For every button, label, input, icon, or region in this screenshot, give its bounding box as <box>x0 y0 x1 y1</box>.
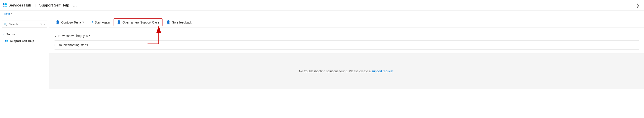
grid-icon <box>5 40 8 42</box>
workspace-button[interactable]: 👤 Contoso Tesla ∨ <box>53 19 87 26</box>
sidebar-section-header: ✓ Support <box>0 31 49 37</box>
sidebar: 🔍 ✕ « ✓ Support Support Self Hel <box>0 17 49 107</box>
no-results-area: No troubleshooting solutions found. Plea… <box>49 53 644 89</box>
accordion-label-2: Troubleshooting steps <box>57 43 88 47</box>
accordion-how-can-we-help: ∨ How can we help you? <box>54 31 639 41</box>
main-layout: 🔍 ✕ « ✓ Support Support Self Hel <box>0 17 644 107</box>
breadcrumb: Home > <box>0 11 644 17</box>
search-icon: 🔍 <box>4 23 8 26</box>
ellipsis-button[interactable]: ... <box>71 3 79 8</box>
search-collapse-icon[interactable]: « <box>44 23 45 26</box>
sidebar-section-label: Support <box>6 33 16 36</box>
start-again-button[interactable]: ↺ Start Again <box>88 19 113 26</box>
no-results-text: No troubleshooting solutions found. Plea… <box>299 69 394 73</box>
open-case-label: Open a new Support Case <box>122 21 160 24</box>
toolbar: 👤 Contoso Tesla ∨ ↺ Start Again 👤 Open a… <box>49 17 644 28</box>
breadcrumb-separator: > <box>11 12 12 16</box>
logo-area: Services Hub | Support Self Help ... <box>3 3 79 8</box>
search-input[interactable] <box>9 23 39 26</box>
workspace-icon: 👤 <box>56 20 60 24</box>
accordion-label-1: How can we help you? <box>58 34 90 38</box>
app-title: Services Hub <box>8 3 31 7</box>
top-bar: Services Hub | Support Self Help ... ❯ <box>0 0 644 11</box>
feedback-button[interactable]: 👤 Give feedback <box>164 19 195 26</box>
open-case-button[interactable]: 👤 Open a new Support Case <box>114 18 162 26</box>
top-bar-right: ❯ <box>634 2 641 9</box>
search-bar[interactable]: 🔍 ✕ « <box>2 21 47 28</box>
workspace-label: Contoso Tesla <box>61 21 81 24</box>
logo-icon <box>3 3 7 7</box>
chevron-right-icon: › <box>54 43 56 47</box>
content-area: ∨ How can we help you? › Troubleshooting… <box>49 28 644 53</box>
sidebar-item-label: Support Self Help <box>10 39 34 43</box>
support-request-link[interactable]: support request <box>372 69 393 73</box>
accordion-header-2[interactable]: › Troubleshooting steps <box>54 43 639 47</box>
breadcrumb-home[interactable]: Home <box>3 12 10 16</box>
open-case-icon: 👤 <box>117 20 121 24</box>
title-separator: | <box>35 3 36 7</box>
sidebar-section-support: ✓ Support Support Self Help <box>0 31 49 45</box>
workspace-chevron: ∨ <box>82 21 84 24</box>
search-clear-icon[interactable]: ✕ <box>40 23 42 26</box>
feedback-label: Give feedback <box>172 21 192 24</box>
sidebar-item-support-self-help[interactable]: Support Self Help <box>0 37 49 44</box>
start-again-icon: ↺ <box>90 20 93 24</box>
feedback-icon: 👤 <box>166 20 170 24</box>
main-content: 👤 Contoso Tesla ∨ ↺ Start Again 👤 Open a… <box>49 17 644 107</box>
app-subtitle: Support Self Help <box>39 3 69 7</box>
check-icon: ✓ <box>3 33 5 36</box>
chevron-down-icon: ∨ <box>54 34 56 37</box>
start-again-label: Start Again <box>94 21 110 24</box>
expand-icon[interactable]: ❯ <box>634 2 641 9</box>
accordion-troubleshooting: › Troubleshooting steps <box>54 41 639 50</box>
accordion-header-1[interactable]: ∨ How can we help you? <box>54 34 639 38</box>
